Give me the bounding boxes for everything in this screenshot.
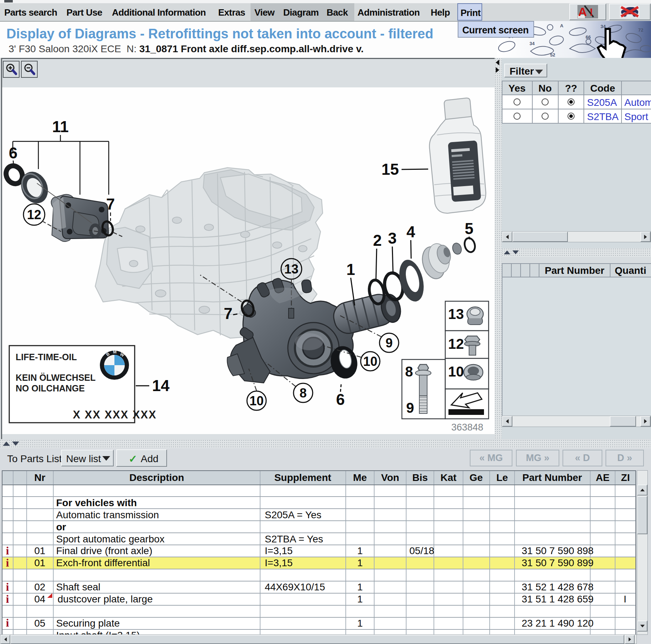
svg-text:31 50 7 590 898: 31 50 7 590 898 — [522, 545, 593, 556]
svg-text:05/18: 05/18 — [409, 545, 434, 556]
svg-text:31 50 7 590 899: 31 50 7 590 899 — [522, 557, 593, 568]
svg-text:23 21 1 490 120: 23 21 1 490 120 — [522, 618, 593, 629]
svg-text:Von: Von — [381, 472, 399, 483]
svg-text:9: 9 — [386, 336, 393, 350]
svg-text:LIFE-TIME-OIL: LIFE-TIME-OIL — [16, 352, 77, 362]
svg-text:KEIN ÖLWECHSEL: KEIN ÖLWECHSEL — [16, 373, 96, 383]
svg-text:M: M — [113, 350, 117, 355]
svg-text:10: 10 — [363, 354, 377, 369]
svg-text:31 51 1 428 659: 31 51 1 428 659 — [522, 594, 593, 605]
svg-text:S2TBA: S2TBA — [587, 111, 619, 122]
svg-text:363848: 363848 — [451, 422, 483, 433]
svg-text:I=3,15: I=3,15 — [265, 545, 293, 556]
svg-text:02: 02 — [34, 581, 45, 592]
svg-text:44X69X10/15: 44X69X10/15 — [265, 581, 325, 592]
svg-text:1: 1 — [346, 261, 355, 278]
svg-text:S205A: S205A — [587, 97, 617, 108]
svg-text:4: 4 — [407, 223, 415, 240]
svg-text:Le: Le — [496, 472, 508, 483]
svg-text:Exch-front differential: Exch-front differential — [56, 557, 150, 568]
svg-text:Bis: Bis — [412, 472, 428, 483]
svg-text:9: 9 — [406, 400, 414, 416]
svg-text:A: A — [560, 23, 564, 28]
svg-text:Part Number: Part Number — [522, 472, 582, 483]
svg-text:66: 66 — [586, 34, 591, 40]
svg-text:10: 10 — [448, 364, 464, 379]
svg-text:12: 12 — [27, 207, 41, 222]
svg-text:05: 05 — [34, 618, 45, 629]
svg-text:Shaft seal: Shaft seal — [56, 581, 101, 592]
svg-text:Quanti: Quanti — [615, 265, 646, 276]
svg-text:Ge: Ge — [469, 472, 483, 483]
svg-text:Sport au: Sport au — [624, 111, 651, 122]
svg-text:Automatic transmission: Automatic transmission — [56, 509, 159, 520]
svg-text:dustcover plate, large: dustcover plate, large — [58, 594, 153, 605]
svg-text:2: 2 — [373, 232, 382, 249]
svg-text:31 52 1 428 678: 31 52 1 428 678 — [522, 581, 593, 592]
svg-text:No: No — [538, 83, 552, 94]
svg-text:AE: AE — [596, 472, 610, 483]
svg-text:Me: Me — [353, 472, 367, 483]
svg-text:01: 01 — [34, 557, 45, 568]
svg-text:3: 3 — [388, 229, 397, 247]
svg-text:i: i — [6, 580, 9, 593]
svg-text:7: 7 — [106, 195, 115, 213]
svg-text:Kat: Kat — [440, 472, 456, 483]
svg-text:1: 1 — [357, 581, 363, 592]
svg-text:Nr: Nr — [34, 472, 45, 483]
svg-text:S2TBA = Yes: S2TBA = Yes — [265, 534, 323, 545]
svg-text:??: ?? — [565, 83, 577, 94]
svg-text:NO OILCHANGE: NO OILCHANGE — [16, 383, 85, 393]
svg-text:8: 8 — [300, 386, 307, 400]
svg-text:10: 10 — [249, 394, 264, 408]
svg-text:8: 8 — [405, 364, 413, 379]
svg-text:Description: Description — [129, 472, 184, 483]
svg-text:Final drive (front axle): Final drive (front axle) — [56, 545, 152, 556]
svg-text:01: 01 — [34, 545, 45, 556]
svg-text:Automat: Automat — [624, 97, 651, 108]
svg-text:X XX XXX XXX: X XX XXX XXX — [73, 408, 157, 421]
svg-text:Part Number: Part Number — [545, 265, 604, 276]
svg-text:or: or — [56, 521, 66, 532]
svg-text:13: 13 — [448, 306, 464, 322]
svg-text:I=3,15: I=3,15 — [265, 557, 293, 568]
svg-text:12: 12 — [448, 336, 464, 352]
svg-text:52: 52 — [550, 52, 555, 58]
svg-text:34: 34 — [529, 41, 535, 46]
svg-text:!: ! — [590, 6, 593, 18]
svg-text:i: i — [6, 616, 9, 629]
svg-text:14: 14 — [152, 377, 170, 394]
svg-text:Yes: Yes — [509, 83, 526, 94]
svg-text:13: 13 — [284, 262, 298, 276]
svg-text:1: 1 — [357, 557, 363, 568]
svg-text:11: 11 — [52, 118, 69, 135]
svg-text:i: i — [6, 556, 9, 569]
svg-text:Supplement: Supplement — [274, 472, 331, 483]
svg-text:i: i — [6, 544, 9, 557]
svg-text:72: 72 — [638, 27, 643, 33]
svg-text:i: i — [6, 592, 9, 605]
svg-text:7: 7 — [224, 305, 232, 322]
svg-text:Input shaft (I=3,15): Input shaft (I=3,15) — [56, 630, 140, 635]
svg-text:Securing plate: Securing plate — [56, 618, 120, 629]
svg-text:For vehicles with: For vehicles with — [56, 497, 137, 508]
svg-text:6: 6 — [336, 391, 345, 408]
svg-text:04: 04 — [34, 594, 45, 605]
svg-text:15: 15 — [382, 161, 399, 178]
svg-text:1: 1 — [357, 618, 363, 629]
svg-text:1: 1 — [357, 594, 363, 605]
svg-text:ZI: ZI — [621, 472, 630, 483]
svg-text:Sport automatic gearbox: Sport automatic gearbox — [56, 534, 165, 545]
svg-text:5: 5 — [465, 220, 473, 237]
svg-text:Code: Code — [590, 83, 615, 94]
svg-text:1: 1 — [357, 545, 363, 556]
svg-text:S205A = Yes: S205A = Yes — [265, 509, 322, 520]
svg-text:I: I — [624, 594, 626, 605]
